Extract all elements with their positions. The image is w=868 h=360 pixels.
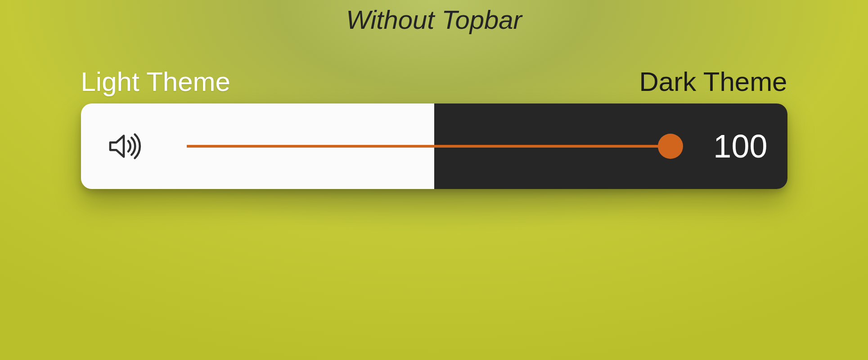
volume-high-icon[interactable] bbox=[106, 128, 142, 164]
volume-slider[interactable] bbox=[187, 145, 670, 148]
light-theme-label: Light Theme bbox=[81, 66, 230, 97]
volume-slider-panel: 100 bbox=[81, 104, 787, 189]
volume-value: 100 bbox=[713, 128, 767, 165]
dark-theme-label: Dark Theme bbox=[639, 66, 787, 97]
slider-thumb[interactable] bbox=[658, 134, 683, 159]
slider-track-fill bbox=[187, 145, 670, 148]
theme-labels-row: Light Theme Dark Theme bbox=[81, 66, 787, 97]
page-title: Without Topbar bbox=[0, 4, 868, 35]
